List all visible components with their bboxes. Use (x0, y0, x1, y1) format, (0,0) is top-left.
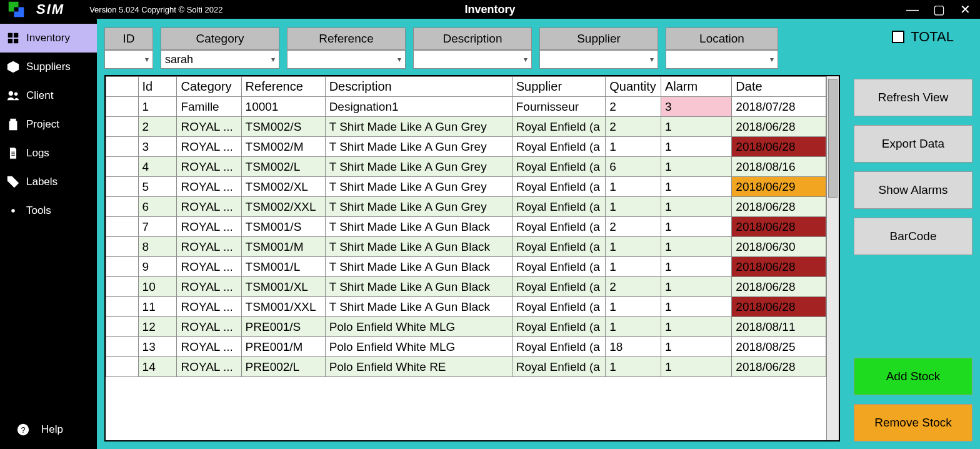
filter-location: Location ▾ (666, 28, 778, 69)
sidebar-item-label: Tools (26, 204, 51, 217)
col-category[interactable]: Category (177, 77, 241, 97)
col-supplier[interactable]: Supplier (512, 77, 606, 97)
version-text: Version 5.024 Copyright © Solti 2022 (89, 5, 222, 14)
table-row[interactable]: 6ROYAL ...TSM002/XXLT Shirt Made Like A … (106, 197, 826, 217)
sidebar-item-logs[interactable]: Logs (0, 139, 97, 168)
filter-id-dropdown[interactable]: ▾ (104, 50, 153, 69)
sidebar-item-help[interactable]: ? Help (0, 421, 97, 438)
page-title: Inventory (464, 3, 515, 16)
table-row[interactable]: 7ROYAL ...TSM001/ST Shirt Made Like A Gu… (106, 217, 826, 237)
table-row[interactable]: 12ROYAL ...PRE001/SPolo Enfield White ML… (106, 317, 826, 337)
sidebar-item-label: Suppliers (26, 61, 71, 73)
svg-point-3 (9, 91, 13, 96)
file-icon (6, 146, 20, 160)
table-row[interactable]: 5ROYAL ...TSM002/XLT Shirt Made Like A G… (106, 177, 826, 197)
row-header-blank (106, 77, 139, 97)
filter-description: Description ▾ (413, 28, 532, 69)
svg-point-5 (11, 209, 15, 213)
table-row[interactable]: 8ROYAL ...TSM001/MT Shirt Made Like A Gu… (106, 237, 826, 257)
chevron-down-icon: ▾ (770, 55, 774, 64)
scrollbar-thumb[interactable] (828, 79, 838, 198)
table-row[interactable]: 2ROYAL ...TSM002/ST Shirt Made Like A Gu… (106, 117, 826, 137)
chevron-down-icon: ▾ (271, 55, 275, 64)
filter-bar: ID ▾ Category sarah▾ Reference ▾ Descrip… (104, 25, 972, 70)
col-id[interactable]: Id (138, 77, 177, 97)
filter-head-reference: Reference (287, 28, 406, 50)
sidebar-item-labels[interactable]: Labels (0, 168, 97, 196)
filter-supplier: Supplier ▾ (539, 28, 658, 69)
tags-icon (6, 175, 20, 189)
sidebar-item-label: Client (26, 89, 53, 102)
table-scrollbar[interactable] (826, 76, 839, 440)
filter-head-description: Description (413, 28, 532, 50)
barcode-button[interactable]: BarCode (854, 218, 972, 255)
filter-category: Category sarah▾ (161, 28, 279, 69)
col-quantity[interactable]: Quantity (606, 77, 661, 97)
gear-icon (6, 204, 20, 218)
package-icon (6, 60, 20, 74)
sidebar-item-label: Logs (26, 147, 49, 159)
users-icon (6, 89, 20, 103)
sidebar-item-inventory[interactable]: Inventory (0, 24, 97, 53)
svg-text:?: ? (21, 425, 25, 435)
sidebar-item-tools[interactable]: Tools (0, 196, 97, 225)
table-row[interactable]: 13ROYAL ...PRE001/MPolo Enfield White ML… (106, 337, 826, 357)
table-row[interactable]: 9ROYAL ...TSM001/LT Shirt Made Like A Gu… (106, 257, 826, 277)
content-area: ID ▾ Category sarah▾ Reference ▾ Descrip… (97, 19, 980, 449)
inventory-table: Id Category Reference Description Suppli… (104, 75, 840, 441)
table-row[interactable]: 10ROYAL ...TSM001/XLT Shirt Made Like A … (106, 277, 826, 297)
checkbox-icon[interactable] (892, 31, 904, 43)
table-header-row: Id Category Reference Description Suppli… (106, 77, 826, 97)
table-row[interactable]: 1Famille10001Designation1Fournisseur2320… (106, 97, 826, 117)
minimize-icon[interactable]: — (905, 2, 920, 17)
title-bar: SIM Version 5.024 Copyright © Solti 2022… (0, 0, 980, 19)
filter-category-dropdown[interactable]: sarah▾ (161, 50, 279, 69)
filter-head-supplier: Supplier (539, 28, 658, 50)
filter-head-id: ID (104, 28, 153, 50)
col-alarm[interactable]: Alarm (661, 77, 731, 97)
filter-supplier-dropdown[interactable]: ▾ (539, 50, 658, 69)
total-label: TOTAL (911, 29, 954, 45)
maximize-icon[interactable]: ▢ (931, 2, 946, 17)
sidebar-item-suppliers[interactable]: Suppliers (0, 53, 97, 81)
filter-reference: Reference ▾ (287, 28, 406, 69)
export-data-button[interactable]: Export Data (854, 125, 972, 163)
filter-head-category: Category (161, 28, 279, 50)
filter-head-location: Location (666, 28, 778, 50)
svg-point-4 (14, 93, 18, 96)
filter-id: ID ▾ (104, 28, 153, 69)
show-alarms-button[interactable]: Show Alarms (854, 171, 972, 209)
refresh-view-button[interactable]: Refresh View (854, 79, 972, 116)
col-reference[interactable]: Reference (241, 77, 325, 97)
sidebar-item-label: Help (41, 423, 63, 436)
filter-description-dropdown[interactable]: ▾ (413, 50, 532, 69)
total-toggle[interactable]: TOTAL (892, 28, 972, 45)
table-row[interactable]: 4ROYAL ...TSM002/LT Shirt Made Like A Gu… (106, 157, 826, 177)
sidebar-item-label: Labels (26, 176, 58, 188)
chevron-down-icon: ▾ (145, 55, 149, 64)
col-date[interactable]: Date (732, 77, 826, 97)
sidebar-item-client[interactable]: Client (0, 81, 97, 110)
sidebar: Inventory Suppliers Client Project Logs … (0, 19, 97, 449)
filter-reference-dropdown[interactable]: ▾ (287, 50, 406, 69)
table-row[interactable]: 14ROYAL ...PRE002/LPolo Enfield White RE… (106, 357, 826, 377)
app-logo-icon (4, 0, 29, 19)
chevron-down-icon: ▾ (398, 55, 401, 64)
add-stock-button[interactable]: Add Stock (854, 358, 972, 395)
close-icon[interactable]: ✕ (958, 2, 972, 17)
svg-rect-2 (14, 8, 19, 12)
sidebar-item-project[interactable]: Project (0, 110, 97, 139)
remove-stock-button[interactable]: Remove Stock (854, 404, 972, 441)
table-row[interactable]: 3ROYAL ...TSM002/MT Shirt Made Like A Gu… (106, 137, 826, 157)
action-buttons: Refresh View Export Data Show Alarms Bar… (854, 75, 972, 441)
sidebar-item-label: Inventory (26, 32, 70, 44)
chevron-down-icon: ▾ (650, 55, 654, 64)
sidebar-item-label: Project (26, 118, 59, 131)
table-row[interactable]: 11ROYAL ...TSM001/XXLT Shirt Made Like A… (106, 297, 826, 317)
col-description[interactable]: Description (325, 77, 512, 97)
filter-location-dropdown[interactable]: ▾ (666, 50, 778, 69)
clipboard-icon (6, 118, 20, 131)
help-icon: ? (15, 421, 31, 438)
chevron-down-icon: ▾ (524, 55, 528, 64)
boxes-icon (6, 31, 20, 45)
